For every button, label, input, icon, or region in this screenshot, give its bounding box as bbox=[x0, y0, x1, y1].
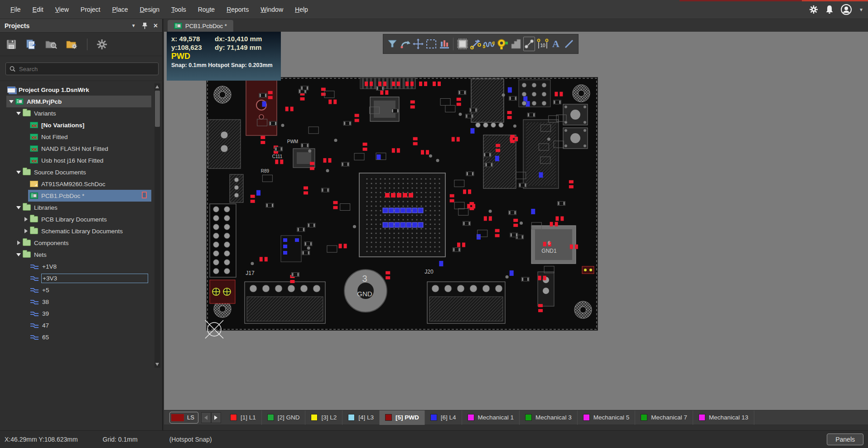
search-input[interactable] bbox=[19, 66, 154, 72]
layer-tab-3-l2[interactable]: [3] L2 bbox=[305, 410, 342, 425]
tree-item-components[interactable]: Components bbox=[0, 237, 163, 249]
menu-reports[interactable]: Reports bbox=[221, 3, 255, 16]
menu-route[interactable]: Route bbox=[192, 3, 221, 16]
tree-item-47[interactable]: 47 bbox=[0, 319, 163, 331]
meander-icon[interactable] bbox=[483, 37, 495, 51]
tree-item-libraries[interactable]: Libraries bbox=[0, 202, 163, 213]
pcb-board[interactable]: PWMC111R89J17J203GND6GND1 bbox=[206, 77, 598, 331]
layer-tab-1-l1[interactable]: [1] L1 bbox=[225, 410, 262, 425]
tree-item-pcb-library-documents[interactable]: PCB Library Documents bbox=[0, 213, 163, 225]
pcbdoc-icon bbox=[30, 193, 38, 199]
panel-dropdown-icon[interactable]: ▼ bbox=[131, 23, 136, 28]
folder-settings-icon[interactable] bbox=[66, 39, 78, 49]
layer-tab-5-pwd[interactable]: [5] PWD bbox=[380, 410, 425, 425]
via-icon[interactable] bbox=[497, 37, 508, 51]
tree-scrollbar[interactable] bbox=[154, 83, 160, 368]
pcb-editor-viewport[interactable]: x: 49,578 dx:-10,410 mm y:108,623 dy: 71… bbox=[164, 32, 868, 410]
tree-item-1v8[interactable]: +1V8 bbox=[0, 260, 163, 272]
dropdown-arrow-icon[interactable]: ▼ bbox=[859, 7, 863, 12]
save-icon[interactable] bbox=[6, 39, 16, 49]
scroll-layers-left-button[interactable] bbox=[201, 412, 211, 423]
tree-item-label: Schematic Library Documents bbox=[41, 228, 123, 235]
select-area-icon[interactable] bbox=[426, 37, 437, 51]
tree-item-nets[interactable]: Nets bbox=[0, 249, 163, 260]
layer-color-swatch bbox=[525, 414, 532, 421]
text-icon[interactable]: A bbox=[550, 37, 562, 51]
tree-item-project-group-1-dsnwrk[interactable]: Project Group 1.DsnWrk bbox=[0, 84, 163, 96]
panel-close-icon[interactable]: × bbox=[154, 22, 158, 30]
menu-project[interactable]: Project bbox=[75, 3, 106, 16]
user-avatar-icon[interactable] bbox=[841, 4, 852, 15]
layer-tab-mechanical-7[interactable]: Mechanical 7 bbox=[635, 410, 693, 425]
component-icon[interactable] bbox=[457, 37, 468, 51]
panels-button[interactable]: Panels bbox=[827, 434, 863, 445]
move-icon[interactable] bbox=[413, 37, 424, 51]
collapse-icon[interactable] bbox=[16, 205, 21, 210]
layer-tab-2-gnd[interactable]: [2] GND bbox=[262, 410, 306, 425]
collapse-icon[interactable] bbox=[16, 252, 21, 257]
tree-item-38[interactable]: 38 bbox=[0, 296, 163, 308]
menu-window[interactable]: Window bbox=[255, 3, 289, 16]
layer-tab-mechanical-13[interactable]: Mechanical 13 bbox=[693, 410, 754, 425]
layer-sets-button[interactable]: LS bbox=[169, 412, 198, 424]
route-icon[interactable] bbox=[470, 37, 482, 51]
open-folder-search-icon[interactable] bbox=[45, 39, 57, 49]
variant-icon bbox=[30, 157, 38, 164]
collapse-icon[interactable] bbox=[16, 169, 21, 175]
tree-item-schematic-library-documents[interactable]: Schematic Library Documents bbox=[0, 225, 163, 237]
polygon-pour-icon[interactable] bbox=[510, 37, 521, 51]
measure-icon[interactable] bbox=[523, 37, 535, 51]
scroll-up-icon[interactable] bbox=[155, 85, 159, 88]
expand-icon[interactable] bbox=[23, 228, 29, 234]
panel-pin-icon[interactable] bbox=[142, 23, 147, 29]
collapse-icon[interactable] bbox=[16, 111, 21, 116]
tree-item-variants[interactable]: Variants bbox=[0, 107, 163, 119]
layer-color-swatch bbox=[583, 414, 590, 421]
variant-icon bbox=[30, 145, 38, 152]
expand-icon[interactable] bbox=[16, 240, 21, 246]
compile-documents-icon[interactable] bbox=[25, 39, 36, 50]
arc-arrow-icon[interactable] bbox=[400, 37, 411, 51]
tree-item-no-variations[interactable]: [No Variations] bbox=[0, 119, 163, 131]
board-label-3: 3 bbox=[362, 274, 367, 284]
menu-tools[interactable]: Tools bbox=[165, 3, 192, 16]
tree-item-nand-flash-not-fitted[interactable]: NAND FLASH Not Fitted bbox=[0, 143, 163, 154]
search-box[interactable] bbox=[5, 63, 159, 75]
expand-icon[interactable] bbox=[23, 217, 29, 222]
collapse-icon[interactable] bbox=[9, 99, 14, 104]
tree-item-3v3[interactable]: +3V3 bbox=[0, 272, 163, 284]
layer-tab-6-l4[interactable]: [6] L4 bbox=[425, 410, 462, 425]
menu-file[interactable]: File bbox=[5, 3, 27, 16]
line-icon[interactable] bbox=[563, 37, 574, 51]
menu-view[interactable]: View bbox=[49, 3, 75, 16]
layer-tab-4-l3[interactable]: [4] L3 bbox=[342, 410, 380, 425]
scroll-layers-right-button[interactable] bbox=[211, 412, 221, 423]
menu-edit[interactable]: Edit bbox=[27, 3, 49, 16]
menu-help[interactable]: Help bbox=[289, 3, 314, 16]
notifications-bell-icon[interactable] bbox=[825, 5, 834, 14]
tree-item-label: +5 bbox=[42, 287, 49, 294]
tree-item-5[interactable]: +5 bbox=[0, 284, 163, 296]
tree-item-pcb1-pcbdoc[interactable]: PCB1.PcbDoc * bbox=[0, 190, 163, 202]
tree-item-source-documents[interactable]: Source Documents bbox=[0, 166, 163, 178]
net-icon bbox=[30, 322, 39, 329]
tree-item-at91sam9260-schdoc[interactable]: AT91SAM9260.SchDoc bbox=[0, 178, 163, 190]
layer-tab-mechanical-3[interactable]: Mechanical 3 bbox=[520, 410, 578, 425]
pad-stack-icon[interactable] bbox=[439, 37, 450, 51]
menu-design[interactable]: Design bbox=[134, 3, 165, 16]
layer-tab-mechanical-1[interactable]: Mechanical 1 bbox=[462, 410, 520, 425]
scroll-down-icon[interactable] bbox=[155, 363, 159, 366]
settings-gear-icon[interactable] bbox=[809, 5, 818, 14]
tree-item-39[interactable]: 39 bbox=[0, 308, 163, 319]
dimension-icon[interactable]: 10 bbox=[537, 37, 549, 51]
scrollbar-thumb[interactable] bbox=[155, 91, 160, 127]
menu-place[interactable]: Place bbox=[106, 3, 134, 16]
document-tab[interactable]: PCB1.PcbDoc * bbox=[168, 20, 233, 32]
tree-item-usb-host-j16-not-fitted[interactable]: Usb host j16 Not Fitted bbox=[0, 154, 163, 166]
filter-icon[interactable] bbox=[387, 37, 398, 51]
tree-item-arm-prjpcb[interactable]: ARM.PrjPcb bbox=[0, 96, 163, 107]
settings-gear-icon[interactable] bbox=[96, 39, 107, 50]
tree-item-65[interactable]: 65 bbox=[0, 331, 163, 343]
tree-item-not-fitted[interactable]: Not Fitted bbox=[0, 131, 163, 143]
layer-tab-mechanical-5[interactable]: Mechanical 5 bbox=[578, 410, 636, 425]
